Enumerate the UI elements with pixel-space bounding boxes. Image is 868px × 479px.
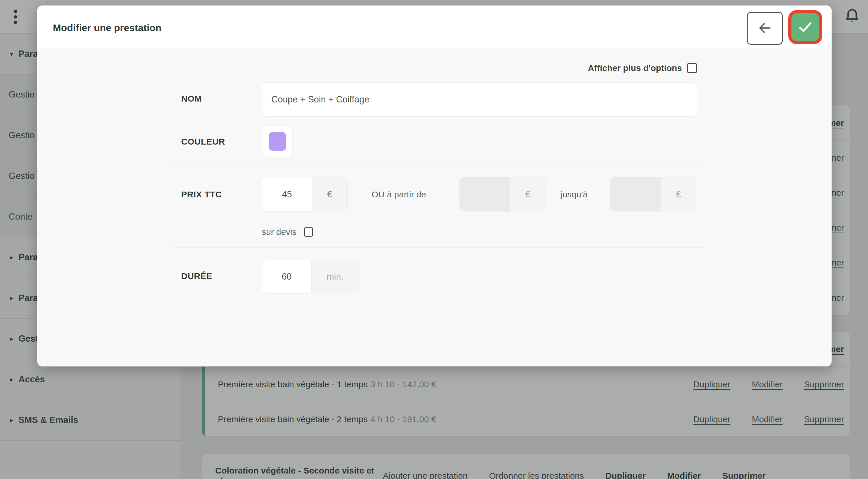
arrow-left-icon — [757, 21, 772, 36]
euro-suffix: € — [312, 177, 347, 211]
quote-row: sur devis — [262, 227, 313, 237]
quote-label: sur devis — [262, 227, 297, 237]
price-input-group: € — [262, 177, 348, 211]
price-from-input[interactable] — [460, 177, 510, 211]
modal-title: Modifier une prestation — [53, 22, 161, 33]
duration-label: DURÉE — [181, 271, 212, 281]
page: ▾ Para Gestio Gestio Gestio Conte ▸ Para… — [0, 0, 868, 479]
quote-checkbox[interactable] — [304, 227, 313, 237]
euro-suffix: € — [510, 177, 546, 211]
more-options-label: Afficher plus d'options — [588, 63, 682, 73]
price-to-input[interactable] — [610, 177, 660, 211]
or-from-label: OU à partir de — [372, 190, 426, 199]
color-picker-button[interactable] — [262, 126, 293, 157]
edit-service-modal: Modifier une prestation Afficher plus d'… — [37, 5, 832, 367]
confirm-button[interactable] — [792, 13, 819, 41]
divider — [173, 247, 705, 248]
more-options-checkbox[interactable] — [687, 63, 697, 73]
minutes-suffix: min. — [311, 260, 359, 293]
name-input[interactable] — [262, 82, 697, 116]
color-swatch — [269, 132, 286, 150]
upto-label: jusqu'à — [561, 190, 588, 199]
euro-suffix: € — [660, 177, 696, 211]
check-icon — [797, 19, 814, 36]
price-to-input-group: € — [610, 177, 696, 211]
more-options-row: Afficher plus d'options — [588, 61, 697, 75]
back-button[interactable] — [747, 12, 783, 45]
price-input[interactable] — [262, 177, 312, 211]
duration-input-group: min. — [262, 260, 359, 294]
divider — [173, 167, 705, 167]
color-label: COULEUR — [181, 137, 225, 146]
price-label: PRIX TTC — [181, 190, 222, 199]
duration-input[interactable] — [262, 260, 311, 293]
price-from-input-group: € — [459, 177, 546, 211]
name-label: NOM — [181, 94, 202, 104]
